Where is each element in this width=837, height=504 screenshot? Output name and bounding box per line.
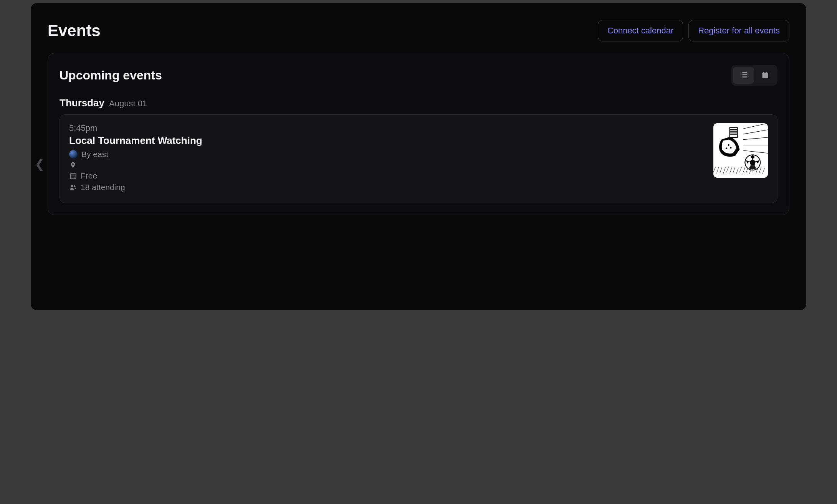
svg-rect-6	[763, 73, 768, 78]
date-header: Thursday August 01	[60, 97, 777, 109]
view-toggle	[731, 65, 777, 86]
event-thumbnail	[713, 123, 768, 178]
date-full: August 01	[109, 99, 147, 109]
date-weekday: Thursday	[60, 97, 104, 109]
register-all-button[interactable]: Register for all events	[688, 20, 789, 41]
calendar-view-button[interactable]	[755, 67, 776, 84]
svg-point-38	[730, 147, 731, 149]
svg-point-9	[71, 185, 73, 187]
list-view-button[interactable]	[733, 67, 754, 84]
event-attending: 18 attending	[81, 183, 125, 192]
collapse-handle[interactable]: ❮	[35, 157, 45, 171]
event-host: By east	[81, 150, 108, 159]
svg-point-39	[726, 147, 727, 149]
event-price: Free	[81, 171, 97, 180]
connect-calendar-button[interactable]: Connect calendar	[598, 20, 683, 41]
page-title: Events	[48, 21, 101, 40]
event-card[interactable]: 5:45pm Local Tournament Watching By east	[60, 114, 777, 203]
list-icon	[739, 71, 748, 80]
svg-rect-8	[766, 71, 767, 73]
panel-title: Upcoming events	[60, 68, 162, 83]
svg-point-10	[74, 185, 76, 187]
ticket-icon	[69, 172, 77, 180]
svg-point-4	[741, 76, 741, 77]
upcoming-events-panel: Upcoming events	[48, 53, 789, 215]
event-time: 5:45pm	[69, 123, 713, 133]
event-title: Local Tournament Watching	[69, 135, 713, 147]
svg-point-2	[741, 74, 741, 75]
svg-rect-7	[763, 71, 764, 73]
svg-point-37	[728, 144, 729, 146]
pin-icon	[69, 161, 77, 169]
calendar-icon	[761, 71, 769, 80]
host-avatar	[69, 150, 78, 159]
svg-point-0	[741, 72, 741, 73]
people-icon	[69, 183, 77, 191]
